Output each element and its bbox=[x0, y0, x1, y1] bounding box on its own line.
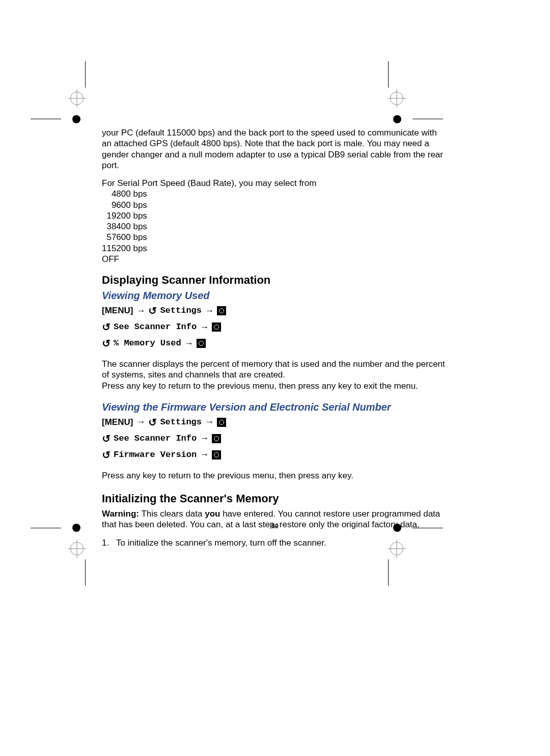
subhead-viewing-memory-used: Viewing Memory Used bbox=[102, 290, 448, 302]
arrow-icon: → bbox=[184, 336, 194, 351]
enter-icon bbox=[212, 322, 221, 332]
step-1: 1. To initialize the scanner's memory, t… bbox=[102, 537, 448, 549]
memory-para-1: The scanner displays the percent of memo… bbox=[102, 359, 445, 380]
page-number: 59 bbox=[0, 523, 550, 530]
baud-rate: 115200 bps bbox=[102, 243, 448, 254]
arrow-icon: → bbox=[136, 304, 145, 318]
enter-icon bbox=[212, 450, 221, 460]
baud-rate: 19200 bps bbox=[102, 210, 448, 221]
step-1-text: To initialize the scanner's memory, turn… bbox=[116, 538, 326, 548]
page-content: your PC (default 115000 bps) and the bac… bbox=[102, 127, 448, 549]
nav-sequence-memory-1: [MENU] → ↻ Settings → bbox=[102, 303, 448, 319]
menu-label: [MENU] bbox=[102, 304, 133, 317]
arrow-icon: → bbox=[205, 415, 214, 429]
baud-intro: For Serial Port Speed (Baud Rate), you m… bbox=[102, 178, 448, 188]
nav-sequence-firmware-1: [MENU] → ↻ Settings → bbox=[102, 414, 448, 430]
nav-sequence-memory-2: ↻ See Scanner Info → bbox=[102, 319, 448, 335]
baud-rate-block: For Serial Port Speed (Baud Rate), you m… bbox=[102, 178, 448, 264]
dial-icon: ↻ bbox=[102, 447, 111, 463]
baud-rate: 57600 bps bbox=[102, 232, 448, 242]
enter-icon bbox=[212, 434, 221, 443]
settings-label: Settings bbox=[160, 415, 202, 429]
baud-off: OFF bbox=[102, 254, 448, 264]
baud-rate: 38400 bps bbox=[102, 221, 448, 232]
crop-mark-top-left bbox=[61, 92, 92, 122]
dial-icon: ↻ bbox=[148, 414, 157, 430]
arrow-icon: → bbox=[200, 320, 209, 335]
memory-para-2: Press any key to return to the previous … bbox=[102, 381, 418, 391]
warning-text-1: This clears data bbox=[139, 509, 205, 519]
menu-label: [MENU] bbox=[102, 415, 133, 429]
arrow-icon: → bbox=[200, 447, 209, 462]
heading-initializing-memory: Initializing the Scanner's Memory bbox=[102, 492, 448, 505]
nav-sequence-firmware-3: ↻ Firmware Version → bbox=[102, 447, 448, 463]
dial-icon: ↻ bbox=[102, 335, 111, 352]
nav-sequence-firmware-2: ↻ See Scanner Info → bbox=[102, 430, 448, 447]
percent-memory-used-label: % Memory Used bbox=[114, 336, 181, 350]
enter-icon bbox=[217, 306, 226, 315]
arrow-icon: → bbox=[200, 431, 209, 446]
enter-icon bbox=[197, 339, 206, 348]
see-scanner-info-label: See Scanner Info bbox=[114, 431, 197, 445]
dial-icon: ↻ bbox=[102, 430, 111, 447]
firmware-version-label: Firmware Version bbox=[114, 448, 197, 462]
settings-label: Settings bbox=[160, 304, 202, 317]
subhead-viewing-firmware: Viewing the Firmware Version and Electro… bbox=[102, 401, 448, 413]
arrow-icon: → bbox=[205, 304, 214, 318]
crop-mark-top-right bbox=[382, 92, 413, 122]
nav-sequence-memory-3: ↻ % Memory Used → bbox=[102, 335, 448, 352]
warning-you: you bbox=[205, 509, 220, 519]
step-1-number: 1. bbox=[102, 538, 109, 548]
heading-displaying-scanner-info: Displaying Scanner Information bbox=[102, 274, 448, 287]
intro-paragraph: your PC (default 115000 bps) and the bac… bbox=[102, 127, 448, 171]
enter-icon bbox=[217, 418, 226, 427]
arrow-icon: → bbox=[136, 415, 145, 429]
baud-rate: 4800 bps bbox=[102, 188, 448, 199]
dial-icon: ↻ bbox=[148, 303, 157, 319]
baud-rate: 9600 bps bbox=[102, 200, 448, 210]
dial-icon: ↻ bbox=[102, 319, 111, 335]
warning-label: Warning: bbox=[102, 509, 139, 519]
memory-paragraph: The scanner displays the percent of memo… bbox=[102, 359, 448, 391]
see-scanner-info-label: See Scanner Info bbox=[114, 320, 197, 334]
firmware-paragraph: Press any key to return to the previous … bbox=[102, 470, 448, 481]
